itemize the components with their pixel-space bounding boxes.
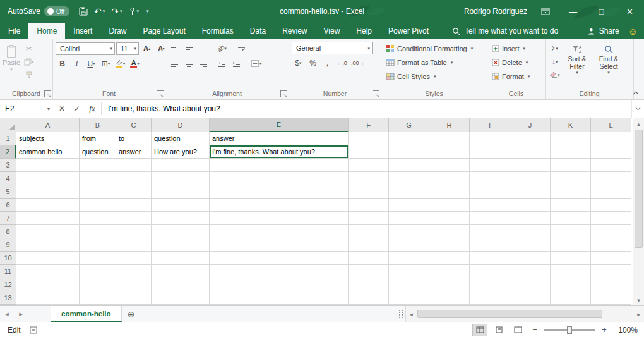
middle-align-button[interactable] (182, 42, 196, 55)
cell-H9[interactable] (429, 238, 470, 252)
cell-E5[interactable] (210, 185, 349, 199)
cell-H11[interactable] (429, 265, 470, 278)
cell-L5[interactable] (591, 185, 631, 199)
column-header-L[interactable]: L (591, 118, 631, 132)
row-header-10[interactable]: 10 (0, 252, 16, 265)
conditional-formatting-dropdown-icon[interactable]: ▾ (471, 46, 474, 51)
cell-K12[interactable] (551, 278, 591, 291)
insert-cells-dropdown-icon[interactable]: ▾ (523, 46, 526, 51)
cell-A11[interactable] (16, 265, 80, 278)
cell-K2[interactable] (551, 145, 591, 159)
column-header-H[interactable]: H (429, 118, 470, 132)
cell-K7[interactable] (551, 212, 591, 225)
number-format-combo[interactable]: General ▾ (292, 42, 373, 54)
horizontal-scrollbar[interactable]: ◂ ▸ (405, 306, 644, 322)
zoom-slider-thumb[interactable] (567, 326, 572, 334)
cell-I9[interactable] (470, 238, 510, 252)
cell-styles-button[interactable]: Cell Styles ▾ (384, 70, 438, 83)
column-header-J[interactable]: J (510, 118, 551, 132)
cell-D11[interactable] (152, 265, 210, 278)
row-header-11[interactable]: 11 (0, 265, 16, 278)
decrease-decimal-button[interactable]: .00→ (350, 56, 366, 70)
cell-H5[interactable] (429, 185, 470, 199)
row-header-7[interactable]: 7 (0, 212, 16, 225)
cell-H6[interactable] (429, 199, 470, 212)
cell-D3[interactable] (152, 159, 210, 172)
fill-dropdown-icon[interactable]: ▾ (556, 59, 558, 64)
row-header-12[interactable]: 12 (0, 278, 16, 291)
autosum-button[interactable]: Σ▾ (548, 42, 561, 55)
page-layout-view-button[interactable] (491, 324, 506, 336)
select-all-button[interactable] (0, 118, 16, 132)
next-sheet-button[interactable]: ▸ (14, 306, 28, 322)
font-size-combo[interactable]: 11 ▾ (116, 42, 139, 55)
vertical-scroll-thumb[interactable] (635, 130, 643, 248)
scroll-left-button[interactable]: ◂ (406, 309, 417, 319)
borders-button[interactable]: ⊞▾ (99, 57, 112, 70)
accounting-dropdown-icon[interactable]: ▾ (299, 61, 302, 65)
column-header-C[interactable]: C (116, 118, 152, 132)
cell-L12[interactable] (591, 278, 631, 291)
cell-H2[interactable] (429, 145, 470, 159)
row-header-3[interactable]: 3 (0, 159, 16, 172)
cell-D6[interactable] (152, 199, 210, 212)
cell-A6[interactable] (16, 199, 80, 212)
column-header-I[interactable]: I (470, 118, 510, 132)
cell-L2[interactable] (591, 145, 631, 159)
redo-button[interactable]: ↷ ▾ (108, 3, 125, 20)
paste-button[interactable]: Paste ▾ (3, 42, 20, 71)
clear-button[interactable]: ▾ (548, 68, 561, 82)
column-header-A[interactable]: A (16, 118, 80, 132)
align-left-button[interactable] (168, 57, 181, 70)
format-painter-button[interactable] (22, 68, 35, 82)
save-button[interactable] (76, 3, 91, 20)
cell-J8[interactable] (510, 225, 551, 238)
cell-C10[interactable] (116, 252, 152, 265)
cell-C12[interactable] (116, 278, 152, 291)
row-header-1[interactable]: 1 (0, 132, 16, 145)
cell-B9[interactable] (80, 238, 116, 252)
cell-K10[interactable] (551, 252, 591, 265)
touch-mouse-mode-button[interactable]: ▾ (126, 3, 143, 20)
ribbon-display-options-button[interactable] (536, 3, 555, 20)
cell-F13[interactable] (349, 291, 389, 305)
format-cells-button[interactable]: Format ▾ (490, 70, 532, 83)
delete-cells-button[interactable]: Delete ▾ (490, 56, 530, 69)
merge-center-dropdown-icon[interactable]: ▾ (259, 61, 262, 66)
macro-record-button[interactable] (30, 326, 37, 334)
cell-I7[interactable] (470, 212, 510, 225)
cell-F10[interactable] (349, 252, 389, 265)
cell-L7[interactable] (591, 212, 631, 225)
cell-A8[interactable] (16, 225, 80, 238)
comma-style-button[interactable]: , (321, 56, 334, 70)
cell-I5[interactable] (470, 185, 510, 199)
cell-I2[interactable] (470, 145, 510, 159)
cell-E2[interactable]: I'm fine, thanks. What about you? (210, 145, 349, 159)
cell-D8[interactable] (152, 225, 210, 238)
cell-A3[interactable] (16, 159, 80, 172)
cell-D7[interactable] (152, 212, 210, 225)
cell-G11[interactable] (389, 265, 429, 278)
confirm-entry-button[interactable]: ✓ (69, 100, 85, 118)
cell-I4[interactable] (470, 172, 510, 185)
fill-button[interactable]: ↓▾ (548, 55, 561, 68)
cell-F7[interactable] (349, 212, 389, 225)
cell-G13[interactable] (389, 291, 429, 305)
cell-G1[interactable] (389, 132, 429, 145)
cell-C7[interactable] (116, 212, 152, 225)
minimize-button[interactable]: — (559, 0, 587, 23)
cell-E3[interactable] (210, 159, 349, 172)
fill-color-button[interactable]: ▾ (114, 57, 127, 70)
cell-B4[interactable] (80, 172, 116, 185)
cell-L9[interactable] (591, 238, 631, 252)
cell-J12[interactable] (510, 278, 551, 291)
cell-H13[interactable] (429, 291, 470, 305)
decrease-indent-button[interactable] (215, 57, 229, 70)
cell-H4[interactable] (429, 172, 470, 185)
cell-F12[interactable] (349, 278, 389, 291)
cell-B1[interactable]: from (80, 132, 116, 145)
cut-button[interactable]: ✂ (22, 42, 35, 55)
font-name-dropdown-icon[interactable]: ▾ (108, 46, 114, 51)
orientation-button[interactable]: ab▾ (215, 42, 229, 55)
column-header-E[interactable]: E (210, 118, 349, 132)
